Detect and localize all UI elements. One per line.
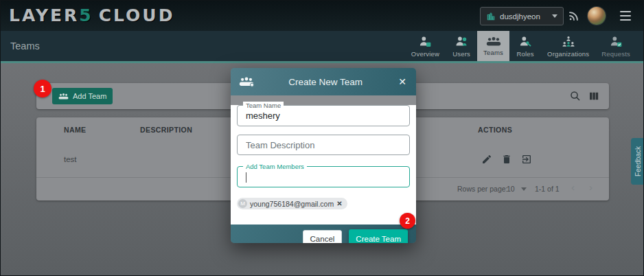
group-icon	[58, 93, 69, 100]
cancel-button[interactable]: Cancel	[303, 230, 343, 244]
person-key-icon	[518, 35, 532, 49]
hierarchy-people-icon	[562, 35, 575, 49]
rows-per-page-value: 10	[507, 185, 515, 193]
chip-avatar: M	[238, 199, 247, 208]
top-header: LAYER5CLOUD dusdjhyeon	[1, 1, 643, 31]
column-header-actions: ACTIONS	[478, 126, 512, 134]
chevron-down-icon	[521, 187, 527, 191]
create-team-modal: Create New Team ✕ Team Name Add Team Mem…	[231, 68, 416, 243]
team-name-cell: test	[64, 155, 77, 163]
secondary-nav: Teams Overview Users Teams Roles Organiz…	[1, 31, 643, 63]
modal-title: Create New Team	[254, 77, 397, 87]
nav-item-roles[interactable]: Roles	[509, 31, 541, 61]
team-members-field: Add Team Members	[237, 166, 410, 187]
rows-per-page-label: Rows per page:	[457, 185, 508, 193]
nav-label: Users	[452, 50, 470, 58]
building-icon	[486, 12, 496, 21]
person-dot-icon	[455, 35, 468, 49]
nav-label: Organizations	[547, 50, 589, 58]
nav-item-requests[interactable]: Requests	[595, 31, 636, 61]
logo-part1: LAYER	[9, 5, 79, 25]
team-description-field	[237, 135, 410, 155]
nav-label: Overview	[411, 50, 439, 58]
modal-body: Team Name Add Team Members M young756184…	[231, 105, 416, 225]
org-switcher-dropdown[interactable]: dusdjhyeon	[480, 7, 564, 25]
app-window: LAYER5CLOUD dusdjhyeon Teams Overview Us…	[0, 0, 644, 276]
group-add-icon	[239, 76, 254, 88]
team-name-label: Team Name	[243, 102, 284, 109]
delete-icon[interactable]	[501, 154, 512, 165]
view-columns-icon[interactable]	[588, 90, 600, 102]
nav-item-teams[interactable]: Teams	[477, 31, 509, 61]
text-cursor	[246, 172, 246, 183]
previous-page-button[interactable]: ‹	[571, 181, 575, 193]
person-badge-icon	[418, 35, 432, 49]
team-members-label: Add Team Members	[243, 163, 307, 170]
leave-team-icon[interactable]	[521, 154, 532, 165]
search-icon[interactable]	[569, 90, 582, 102]
chip-remove-icon[interactable]: ✕	[336, 200, 342, 207]
row-actions	[481, 154, 532, 165]
nav-label: Roles	[516, 50, 533, 58]
chip-email: young756184@gmail.com	[250, 200, 334, 208]
feedback-label: Feedback	[634, 146, 642, 176]
annotation-step-1: 1	[34, 80, 51, 97]
layer5-cloud-logo[interactable]: LAYER5CLOUD	[9, 5, 174, 25]
add-team-button[interactable]: Add Team	[52, 88, 113, 104]
annotation-step-2: 2	[400, 213, 415, 229]
user-avatar[interactable]	[588, 7, 606, 25]
nav-items: Overview Users Teams Roles Organizations…	[405, 31, 636, 61]
person-check-icon	[609, 35, 623, 49]
nav-label: Teams	[483, 49, 503, 56]
team-description-input[interactable]	[238, 135, 409, 154]
edit-icon[interactable]	[481, 154, 492, 165]
column-header-description[interactable]: DESCRIPTION	[140, 126, 192, 134]
next-page-button[interactable]: ›	[589, 181, 593, 193]
rows-per-page-select[interactable]: 10	[507, 185, 527, 193]
create-team-button[interactable]: Create Team	[349, 229, 408, 244]
nav-item-organizations[interactable]: Organizations	[541, 31, 595, 61]
menu-icon[interactable]	[620, 11, 631, 21]
org-switcher-value: dusdjhyeon	[500, 12, 548, 21]
logo-accent: 5	[79, 5, 93, 25]
page-title: Teams	[10, 41, 40, 51]
chevron-down-icon	[552, 14, 557, 18]
nav-item-users[interactable]: Users	[446, 31, 477, 61]
nav-item-overview[interactable]: Overview	[405, 31, 446, 61]
close-icon[interactable]: ✕	[397, 76, 408, 88]
pagination-range: 1-1 of 1	[535, 185, 560, 193]
group-icon	[486, 36, 501, 47]
feedback-tab[interactable]: Feedback	[631, 138, 644, 185]
team-name-field: Team Name	[237, 105, 410, 126]
modal-header: Create New Team ✕	[231, 68, 416, 95]
column-header-name[interactable]: NAME	[64, 126, 87, 134]
nav-label: Requests	[601, 50, 630, 58]
member-chip: M young756184@gmail.com ✕	[237, 198, 347, 209]
logo-part2: CLOUD	[99, 5, 175, 25]
modal-footer: Cancel Create Team	[231, 225, 416, 243]
add-team-label: Add Team	[73, 92, 106, 100]
broadcast-icon[interactable]	[568, 10, 580, 22]
